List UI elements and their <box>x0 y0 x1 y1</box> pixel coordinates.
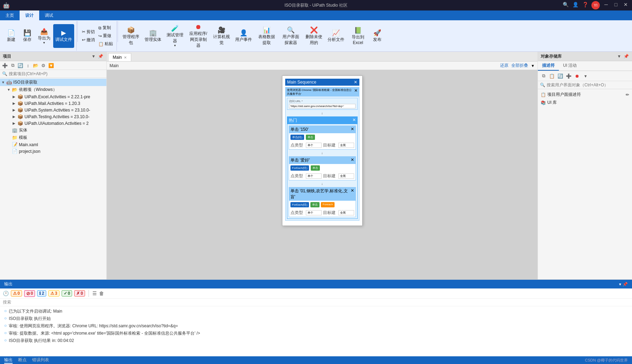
settings-icon[interactable]: ⚙ <box>40 62 47 69</box>
manage-packages-button[interactable]: 📦 管理程序包 <box>120 24 142 48</box>
export-button[interactable]: 📤 导出为 ▼ <box>36 24 52 48</box>
minimize-btn[interactable]: ─ <box>603 1 610 8</box>
tree-item-entities[interactable]: 🏢 实体 <box>0 127 106 134</box>
collapse-all-btn[interactable]: 全部折叠 <box>511 63 528 69</box>
wf-loop-3: 单击 '01,钢铁,农艺学,标准化,文盲' ✕ ForEach(结) 单击 Fo… <box>289 187 356 217</box>
record-icon[interactable]: ⏺ <box>574 72 581 79</box>
redo-button[interactable]: ↪重做 <box>97 32 114 40</box>
tab-ui-activity[interactable]: UI 活动 <box>559 61 581 71</box>
warn3-badge[interactable]: ⚠ 3 <box>48 290 59 297</box>
tree-item-project-json[interactable]: 📄 project.json <box>0 148 106 155</box>
main-tab[interactable]: Main ✕ <box>108 53 131 61</box>
sync-icon[interactable]: ↕ <box>24 62 31 69</box>
panel-pin-btn[interactable]: 📌 <box>97 53 104 59</box>
data-extraction-button[interactable]: 📊 表格数据提取 <box>255 24 278 48</box>
canvas-area[interactable]: Main Sequence ✕ 使用浏览器 Chrome '国际标准检索 - 全… <box>107 70 538 279</box>
right-panel-pin-btn[interactable]: 📌 <box>623 53 629 59</box>
analyze-button[interactable]: 📈 分析文件 <box>325 24 346 48</box>
panel-collapse-btn[interactable]: ▾ <box>90 53 97 59</box>
cut-button[interactable]: ✂剪切 <box>80 28 96 36</box>
tree-item-templates[interactable]: 📁 模板 <box>0 134 106 141</box>
tab-design[interactable]: 设计 <box>20 10 39 20</box>
clear-icon[interactable]: 🗑 <box>99 291 104 296</box>
search-icon[interactable]: 🔍 <box>562 1 569 8</box>
restore-btn[interactable]: 还原 <box>500 63 508 69</box>
help-icon[interactable]: ❓ <box>582 1 589 8</box>
ok-badge[interactable]: ✓ 0 <box>62 290 72 297</box>
wf-field-row-2: 点类型 单个 目标建 全黑 <box>290 173 354 179</box>
status-tab-output[interactable]: 输出 <box>4 357 13 364</box>
close-btn[interactable]: ✕ <box>622 1 629 8</box>
dropdown-arrow-icon[interactable]: ▼ <box>531 64 535 68</box>
add-icon[interactable]: ➕ <box>565 72 572 79</box>
stop-badge[interactable]: ✗ 0 <box>74 290 85 297</box>
recorder-button[interactable]: ⏺ 应用程序/网页录制器 <box>187 24 210 48</box>
ui-library-item[interactable]: 📚 UI 库 <box>538 99 632 107</box>
manage-entities-button[interactable]: 🏢 管理实体 <box>142 24 163 48</box>
account-icon[interactable]: YI <box>591 1 600 9</box>
tab-home[interactable]: 主页 <box>0 10 20 20</box>
wf-field-target-1[interactable]: 全黑 <box>338 143 354 148</box>
tab-debug[interactable]: 调试 <box>39 10 59 20</box>
center-panel: Main ✕ Main 还原 全部折叠 ▼ Main Sequence ✕ <box>107 52 538 279</box>
info-badge[interactable]: ℹ 2 <box>37 290 46 297</box>
user-events-button[interactable]: 👤 用户事件 <box>233 24 254 48</box>
right-collapse-btn[interactable]: ▾ <box>582 72 589 79</box>
wf-field-type-3[interactable]: 单个 <box>306 210 322 215</box>
project-descriptor-item[interactable]: 📋 项目用户面描述符 ✏ <box>538 91 632 99</box>
filter-list-icon[interactable]: ☰ <box>92 291 97 296</box>
project-search-input[interactable] <box>9 71 104 76</box>
tree-item-mail[interactable]: ▶ 📦 UiPath.Mail.Activities = 1.20.3 <box>0 100 106 107</box>
tree-item-system[interactable]: ▶ 📦 UiPath.System.Activities = 23.10.0- <box>0 107 106 113</box>
new-button[interactable]: 📄 新建 <box>3 24 19 48</box>
status-tab-breakpoints[interactable]: 断点 <box>18 357 27 364</box>
user-icon[interactable]: 👤 <box>572 1 579 8</box>
wf-browser-close[interactable]: ✕ <box>354 88 358 96</box>
debug-file-button[interactable]: ▶ 调试文件 <box>53 24 74 48</box>
wf-for-close[interactable]: ✕ <box>352 117 356 123</box>
tab-descriptor[interactable]: 描述符 <box>538 61 559 71</box>
remove-unused-button[interactable]: ❌ 删除未使用的 <box>303 24 325 48</box>
wf-collapse-btn[interactable]: ✕ <box>354 80 357 85</box>
project-search-bar[interactable]: 🔍 <box>0 70 106 78</box>
tree-item-testing[interactable]: ▶ 📦 UiPath.Testing.Activities = 23.10.0- <box>0 113 106 120</box>
output-pin-btn[interactable]: 📌 <box>623 282 628 287</box>
wf-field-target-2[interactable]: 全黑 <box>338 173 354 179</box>
error-badge[interactable]: ⊘ 0 <box>24 290 35 297</box>
wf-field-target-3[interactable]: 全黑 <box>338 210 354 215</box>
descriptor-expand-btn[interactable]: ✏ <box>626 92 629 97</box>
right-search-bar[interactable]: 🔍 <box>538 81 632 89</box>
right-panel-collapse-btn[interactable]: ▾ <box>616 53 622 59</box>
save-button[interactable]: 💾 保存 <box>20 24 35 48</box>
output-collapse-btn[interactable]: ▾ <box>619 282 621 287</box>
maximize-btn[interactable]: □ <box>612 1 619 8</box>
export-excel-button[interactable]: 📗 导出到Excel <box>347 24 369 48</box>
undo-button[interactable]: ↩撤消 <box>80 36 96 44</box>
add-icon[interactable]: ➕ <box>1 62 8 69</box>
ui-explorer-button[interactable]: 🔍 用户界面探索器 <box>279 24 302 48</box>
tree-item-deps[interactable]: ▼ 📂 依赖项（Windows） <box>0 86 106 93</box>
copy-file-icon[interactable]: ⧉ <box>9 62 16 69</box>
close-tab-btn[interactable]: ✕ <box>124 56 127 59</box>
tree-item-excel[interactable]: ▶ 📦 UiPath.Excel.Activities = 2.22.1-pre <box>0 93 106 100</box>
refresh-icon[interactable]: 🔄 <box>17 62 24 69</box>
copy-icon[interactable]: ⧉ <box>540 72 547 79</box>
status-credit: CSDN @椰子的代码世界 <box>585 358 628 363</box>
publish-button[interactable]: 🚀 发布 <box>370 24 385 48</box>
tree-item-root[interactable]: ▼ 🤖 ISO目录获取 <box>0 79 106 86</box>
wf-field-type-1[interactable]: 单个 <box>306 143 322 148</box>
test-manager-button[interactable]: 🧪 测试管理器 ▼ <box>164 24 186 48</box>
tree-item-uiautomation[interactable]: ▶ 📦 UiPath.UIAutomation.Activities = 2 <box>0 120 106 127</box>
wf-field-type-2[interactable]: 单个 <box>306 173 322 179</box>
paste-button[interactable]: 📋粘贴 <box>97 40 114 48</box>
folder-icon[interactable]: 📂 <box>32 62 39 69</box>
right-search-input[interactable] <box>547 83 630 87</box>
filter-icon[interactable]: 🔽 <box>48 62 55 69</box>
copy-button[interactable]: ⧉复制 <box>97 24 114 31</box>
warn-badge[interactable]: ⚠ 0 <box>11 290 22 297</box>
tree-item-main-xaml[interactable]: 📝 Main.xaml <box>0 141 106 148</box>
computer-vision-button[interactable]: 🎥 计算机视觉 <box>211 24 232 48</box>
refresh-icon[interactable]: 🔄 <box>557 72 564 79</box>
status-tab-errors[interactable]: 错误列表 <box>32 357 49 364</box>
paste-icon[interactable]: 📋 <box>548 72 555 79</box>
